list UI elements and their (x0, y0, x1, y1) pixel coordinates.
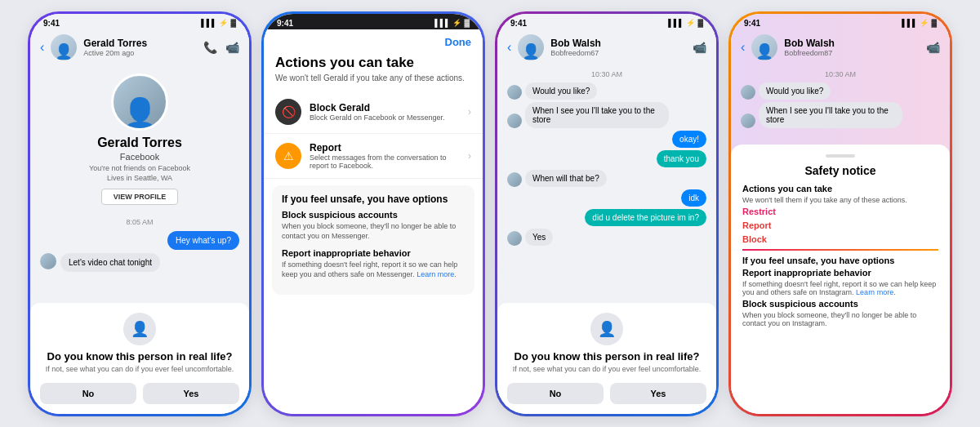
reply-bubble-2: thank you (657, 150, 706, 167)
phone-1-border: 9:41 ▌▌▌ ⚡ ▓ ‹ 👤 Gerald Torres Acti (28, 11, 252, 416)
back-arrow-icon[interactable]: ‹ (40, 40, 44, 55)
header-handle-3: Bobfreedom67 (550, 49, 686, 57)
header-actions-3: 📹 (693, 41, 706, 54)
msg-bubble-4: Yes (525, 229, 553, 246)
back-arrow-icon-3[interactable]: ‹ (507, 40, 511, 55)
bottom-card-title: Do you know this person in real life? (40, 350, 239, 363)
time-2: 9:41 (277, 19, 293, 28)
reply2-row: thank you (507, 150, 706, 167)
no-button-3[interactable]: No (507, 383, 604, 404)
yes-button-1[interactable]: Yes (143, 383, 239, 404)
header-avatar: 👤 (51, 34, 77, 60)
block-label: Block Gerald (310, 102, 460, 113)
block-link[interactable]: Block (742, 234, 938, 244)
chat-time-3: 10:30 AM (507, 70, 706, 78)
p2-header: Done (264, 29, 483, 51)
signal-icon-1: ▌▌▌ (201, 19, 216, 27)
done-button[interactable]: Done (445, 36, 472, 48)
phone-3-border: 9:41 ▌▌▌ ⚡ ▓ ‹ 👤 Bob Walsh Bobfreedom67 (495, 11, 719, 416)
chat-bubble-2: Let's video chat tonight (60, 253, 160, 272)
header-actions: 📞 📹 (203, 41, 239, 54)
chat-bubble-1: Hey what's up? (167, 231, 239, 250)
header-avatar-3: 👤 (518, 34, 544, 60)
status-bar-1: 9:41 ▌▌▌ ⚡ ▓ (30, 14, 249, 29)
header-handle-4: Bobfreedom87 (784, 49, 920, 57)
phone-4: 9:41 ▌▌▌ ⚡ ▓ ‹ 👤 Bob Walsh Bobfreed (731, 14, 950, 414)
phone-3: 9:41 ▌▌▌ ⚡ ▓ ‹ 👤 Bob Walsh Bobfreedom67 (497, 14, 716, 414)
chat-area-1: 8:05 AM Hey what's up? Let's video chat … (30, 213, 249, 280)
report-behavior-desc: If something doesn't feel right, report … (282, 260, 465, 280)
block-accounts-desc-4: When you block someone, they'll no longe… (742, 311, 938, 327)
signal-icon-2: ▌▌▌ (434, 19, 450, 27)
chat-preview-4: 10:30 AM Would you like? When I see you … (731, 65, 950, 155)
block-accounts-title: Block suspicious accounts (282, 210, 465, 220)
safety-actions-sub: We won't tell them if you take any of th… (742, 196, 938, 204)
report-desc: Select messages from the conversation to… (310, 153, 460, 170)
video-icon-3[interactable]: 📹 (693, 41, 706, 54)
phone-icon[interactable]: 📞 (203, 41, 217, 54)
report-link[interactable]: Report (742, 220, 938, 230)
profile-section: 👤 Gerald Torres Facebook You're not frie… (30, 65, 249, 213)
msg-bubble-4b: When I see you I'll take you to the stor… (759, 102, 902, 128)
unsafe-title: If you feel unsafe, you have options (282, 193, 465, 205)
bottom-card-3: 👤 Do you know this person in real life? … (497, 303, 716, 414)
block-desc: Block Gerald on Facebook or Messenger. (310, 113, 460, 122)
phone-4-border: 9:41 ▌▌▌ ⚡ ▓ ‹ 👤 Bob Walsh Bobfreed (728, 11, 952, 416)
p4-header: ‹ 👤 Bob Walsh Bobfreedom87 📹 (731, 29, 950, 65)
reply-bubble-3: idk (681, 189, 706, 207)
bottom-card-sub-3: If not, see what you can do if you ever … (507, 365, 706, 375)
restrict-link[interactable]: Restrict (742, 207, 938, 216)
safety-title: Safety notice (742, 164, 938, 177)
msg-bubble-1: Would you like? (525, 82, 597, 100)
report-behavior-title-4: Report inappropriate behavior (742, 268, 938, 278)
bottom-card-title-3: Do you know this person in real life? (507, 350, 706, 363)
chat-time-4: 10:30 AM (741, 70, 940, 78)
unsafe-box: If you feel unsafe, you have options Blo… (272, 185, 474, 295)
sm-avatar-3 (507, 172, 522, 187)
big-avatar: 👤 (111, 73, 168, 131)
no-button-1[interactable]: No (40, 383, 136, 404)
profile-name: Gerald Torres (97, 136, 182, 150)
video-icon[interactable]: 📹 (225, 41, 239, 54)
msg3-row: When will that be? (507, 170, 706, 187)
safety-actions-title: Actions you can take (742, 184, 938, 193)
time-1: 9:41 (43, 19, 60, 28)
learn-more-link[interactable]: Learn more. (416, 270, 457, 278)
header-info: Gerald Torres Active 20m ago (83, 38, 197, 57)
bottom-card-buttons: No Yes (40, 383, 239, 404)
sm-avatar-1 (507, 85, 522, 100)
report-action-item[interactable]: ⚠ Report Select messages from the conver… (264, 134, 483, 179)
chat-time-1: 8:05 AM (40, 218, 239, 226)
view-profile-button[interactable]: VIEW PROFILE (101, 189, 179, 205)
learn-more-link-4[interactable]: Learn more. (856, 288, 896, 296)
bottom-card-sub: If not, see what you can do if you ever … (40, 365, 239, 375)
reply-bubble-1: okay! (672, 131, 706, 148)
msg-bubble-3: When will that be? (525, 170, 607, 187)
sm-avatar-2 (507, 113, 522, 128)
report-text: Report Select messages from the conversa… (310, 142, 460, 170)
time-3: 9:41 (510, 19, 527, 28)
unsafe-section-title: If you feel unsafe, you have options (742, 256, 938, 265)
bottom-card-buttons-3: No Yes (507, 383, 706, 404)
wifi-icon-4: ⚡ (920, 19, 929, 27)
person-icon: 👤 (123, 313, 156, 345)
wifi-icon-2: ⚡ (452, 19, 461, 27)
yes-button-3[interactable]: Yes (610, 383, 706, 404)
p3-header: ‹ 👤 Bob Walsh Bobfreedom67 📹 (497, 29, 716, 65)
header-info-3: Bob Walsh Bobfreedom67 (550, 38, 686, 57)
video-icon-4[interactable]: 📹 (926, 41, 940, 54)
block-action-item[interactable]: 🚫 Block Gerald Block Gerald on Facebook … (264, 91, 483, 134)
status-bar-4: 9:41 ▌▌▌ ⚡ ▓ (731, 14, 950, 29)
report-label: Report (310, 142, 460, 153)
header-name-3: Bob Walsh (550, 38, 686, 49)
battery-icon-1: ▓ (230, 19, 236, 27)
back-arrow-icon-4[interactable]: ‹ (741, 40, 745, 55)
msg4-row: Yes (507, 229, 706, 246)
msg1-row-4: Would you like? (741, 82, 940, 100)
reply3-row: idk (507, 189, 706, 207)
signal-icon-3: ▌▌▌ (668, 19, 684, 27)
report-behavior-desc-4: If something doesn't feel right, report … (742, 280, 938, 296)
block-accounts-title-4: Block suspicious accounts (742, 299, 938, 309)
header-actions-4: 📹 (926, 41, 940, 54)
header-name: Gerald Torres (83, 38, 197, 49)
